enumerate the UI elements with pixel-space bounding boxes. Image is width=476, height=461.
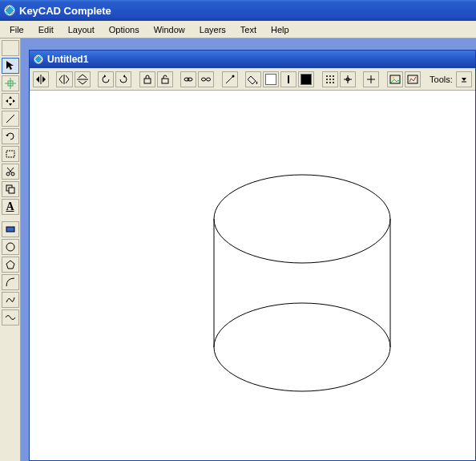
image-button[interactable] xyxy=(387,71,403,87)
rotate-cw-button[interactable] xyxy=(115,71,131,87)
chart-button[interactable] xyxy=(405,71,421,87)
svg-rect-12 xyxy=(6,227,14,232)
eyedropper-button[interactable] xyxy=(222,71,238,87)
menu-layout[interactable]: Layout xyxy=(62,23,101,36)
fill-button[interactable] xyxy=(245,71,261,87)
blank-tool-button[interactable] xyxy=(2,40,19,56)
mirror-v-icon xyxy=(76,74,89,85)
rectangle-select-icon xyxy=(5,148,16,160)
menubar: File Edit Layout Options Window Layers T… xyxy=(0,21,476,38)
svg-rect-19 xyxy=(162,79,168,83)
menu-window[interactable]: Window xyxy=(147,23,192,36)
black-swatch-button[interactable] xyxy=(298,71,314,87)
image-icon xyxy=(389,74,401,85)
black-swatch-icon xyxy=(301,74,312,85)
menu-text[interactable]: Text xyxy=(234,23,263,36)
menu-edit[interactable]: Edit xyxy=(32,23,60,36)
wave-tool-button[interactable] xyxy=(2,309,19,326)
snap-grid-button[interactable] xyxy=(322,71,338,87)
svg-point-27 xyxy=(329,75,331,77)
bezier-tool-button[interactable] xyxy=(2,292,19,308)
menu-options[interactable]: Options xyxy=(103,23,146,36)
svg-point-30 xyxy=(329,79,331,80)
document-area: Untitled1 xyxy=(21,38,476,461)
select-tool-button[interactable] xyxy=(2,58,19,74)
svg-point-0 xyxy=(5,6,14,15)
rotate-tool-button[interactable] xyxy=(2,128,19,144)
duplicate-icon xyxy=(5,184,16,195)
mirror-h-button[interactable] xyxy=(56,71,72,87)
polygon-tool-button[interactable] xyxy=(2,257,19,273)
svg-point-26 xyxy=(326,75,328,77)
menu-help[interactable]: Help xyxy=(264,23,296,36)
scissors-tool-button[interactable] xyxy=(2,164,19,180)
lock-icon xyxy=(143,74,152,85)
text-icon: A xyxy=(6,200,14,213)
dropdown-icon xyxy=(460,75,468,83)
rectangle-tool-button[interactable] xyxy=(2,146,19,162)
arc-tool-button[interactable] xyxy=(2,274,19,290)
svg-point-45 xyxy=(214,303,390,391)
duplicate-tool-button[interactable] xyxy=(2,181,19,197)
flip-h-icon xyxy=(34,74,47,85)
white-swatch-button[interactable] xyxy=(263,71,279,87)
tools-dropdown-button[interactable] xyxy=(456,71,472,87)
menu-layers[interactable]: Layers xyxy=(193,23,232,36)
svg-point-34 xyxy=(333,82,334,83)
menu-file[interactable]: File xyxy=(3,23,30,36)
link-button[interactable] xyxy=(180,71,196,87)
svg-point-22 xyxy=(202,78,206,81)
rotate-ccw-icon xyxy=(100,74,111,85)
white-swatch-icon xyxy=(265,74,276,85)
doc-logo-icon xyxy=(33,54,44,65)
circle-icon xyxy=(5,241,16,253)
rect-fill-tool-button[interactable] xyxy=(2,221,19,237)
svg-point-44 xyxy=(214,175,390,263)
plus-icon xyxy=(365,74,377,85)
svg-line-4 xyxy=(6,115,14,123)
svg-point-24 xyxy=(232,75,234,77)
bezier-icon xyxy=(5,294,16,305)
crosshair-icon xyxy=(5,78,16,89)
flip-h-button[interactable] xyxy=(33,71,49,87)
text-tool-button[interactable]: A xyxy=(2,199,19,215)
unlink-icon xyxy=(200,74,212,85)
app-logo-icon xyxy=(3,4,16,17)
link-icon xyxy=(183,74,194,85)
cursor-icon xyxy=(6,60,15,71)
svg-rect-5 xyxy=(6,151,14,157)
snap-point-button[interactable] xyxy=(340,71,356,87)
mirror-v-button[interactable] xyxy=(75,71,91,87)
line-style-button[interactable] xyxy=(280,71,296,87)
workarea: A Untitled1 xyxy=(0,38,476,461)
unlink-button[interactable] xyxy=(198,71,214,87)
rotate-ccw-button[interactable] xyxy=(98,71,114,87)
circle-tool-button[interactable] xyxy=(2,239,19,255)
arrows-icon xyxy=(5,95,16,107)
vertical-toolbar: A xyxy=(0,38,21,461)
horizontal-toolbar: Tools: xyxy=(30,68,475,91)
pan-tool-button[interactable] xyxy=(2,93,19,109)
crosshair-button[interactable] xyxy=(363,71,379,87)
crosshair-tool-button[interactable] xyxy=(2,75,19,91)
svg-point-32 xyxy=(326,82,328,83)
lock-button[interactable] xyxy=(139,71,155,87)
eyedropper-icon xyxy=(224,74,236,85)
unlock-button[interactable] xyxy=(157,71,173,87)
svg-point-41 xyxy=(393,77,394,79)
unlock-icon xyxy=(160,74,170,85)
chart-icon xyxy=(407,74,418,85)
svg-point-21 xyxy=(188,78,192,81)
line-tool-button[interactable] xyxy=(2,111,19,127)
mirror-h-icon xyxy=(58,74,71,85)
scissors-icon xyxy=(5,166,16,177)
document-window: Untitled1 xyxy=(29,50,476,461)
rect-fill-icon xyxy=(5,224,16,235)
svg-rect-42 xyxy=(408,75,418,83)
snap-point-icon xyxy=(342,74,353,85)
drawing-canvas[interactable] xyxy=(30,91,475,460)
svg-point-33 xyxy=(329,82,331,83)
document-titlebar[interactable]: Untitled1 xyxy=(30,51,475,68)
snap-grid-icon xyxy=(325,74,336,85)
app-title: KeyCAD Complete xyxy=(19,5,111,17)
